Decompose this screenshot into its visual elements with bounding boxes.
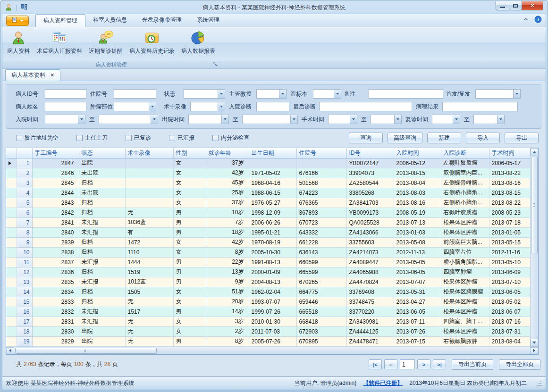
- row-selector-cell[interactable]: [6, 277, 17, 287]
- cell-surgery-date[interactable]: 2013-06-09: [489, 267, 530, 277]
- search-input-admission-diagnosis[interactable]: [256, 102, 289, 111]
- cell-visit-age[interactable]: 51岁: [206, 287, 249, 297]
- resize-grip[interactable]: [536, 381, 542, 386]
- cell-id-no[interactable]: 33748475: [346, 297, 394, 307]
- cell-gender[interactable]: 男: [173, 277, 206, 287]
- row-number[interactable]: 4: [17, 188, 32, 198]
- cell-status[interactable]: 未汇报: [79, 217, 125, 227]
- cell-gender[interactable]: 女: [173, 168, 206, 178]
- cell-admission-no[interactable]: 665518: [296, 307, 346, 317]
- import-button[interactable]: 导入: [466, 133, 500, 143]
- cell-birth-date[interactable]: 2005-07-26: [249, 336, 296, 346]
- cell-manual-no[interactable]: 2831: [32, 317, 79, 326]
- chevron-down-icon[interactable]: [290, 115, 297, 124]
- cell-birth-date[interactable]: 2011-07-03: [249, 326, 296, 336]
- row-selector-cell[interactable]: [6, 317, 17, 326]
- cell-id-no[interactable]: ZA2580544: [346, 178, 394, 188]
- scroll-down-button[interactable]: [531, 339, 538, 347]
- cell-gender[interactable]: 女: [173, 326, 206, 336]
- ribbon-tab-disc-tape-management[interactable]: 光盘录像带管理: [135, 14, 189, 27]
- cell-manual-no[interactable]: 2832: [32, 307, 79, 317]
- cell-id-no[interactable]: 33770220: [346, 307, 394, 317]
- cell-gender[interactable]: 男: [173, 227, 206, 237]
- cell-surgery-date[interactable]: 2008-05-23: [489, 208, 530, 217]
- row-number[interactable]: 15: [17, 297, 32, 307]
- cell-status[interactable]: 归档: [79, 287, 125, 297]
- close-button[interactable]: ✕: [522, 1, 543, 10]
- row-selector-cell[interactable]: [6, 208, 17, 217]
- row-number[interactable]: 18: [17, 326, 32, 336]
- checkbox-revisited[interactable]: 已复诊: [126, 134, 151, 142]
- cell-status[interactable]: 归档: [79, 237, 125, 247]
- row-selector-cell[interactable]: [6, 336, 17, 346]
- search-combo-chief-professor[interactable]: [256, 89, 287, 99]
- previous-page-button[interactable]: <: [384, 359, 397, 369]
- minimize-button[interactable]: [496, 1, 509, 10]
- cell-gender[interactable]: 男: [173, 307, 206, 317]
- cell-admission-date[interactable]: 2013-05-08: [394, 237, 441, 247]
- cell-id-no[interactable]: YB0099173: [346, 208, 394, 217]
- search-combo-admission-date-from[interactable]: [45, 115, 85, 124]
- row-selector-cell[interactable]: [6, 297, 17, 307]
- ribbon-tab-patient-data-management[interactable]: 病人资料管理: [35, 14, 85, 27]
- cell-surgery-video[interactable]: 1012蓝: [125, 277, 173, 287]
- chevron-down-icon[interactable]: [78, 115, 85, 124]
- cell-gender[interactable]: 女: [173, 297, 206, 307]
- search-combo-first-recurrence[interactable]: [475, 89, 521, 99]
- cell-birth-date[interactable]: 1968-04-16: [249, 178, 296, 188]
- cell-birth-date[interactable]: 1991-08-13: [249, 257, 296, 267]
- cell-id-no[interactable]: ZA4214073: [346, 247, 394, 257]
- search-combo-surgery-date-to[interactable]: [371, 115, 402, 124]
- ribbon-button-postop-report[interactable]: 术后病人汇报资料: [34, 29, 85, 61]
- cell-surgery-date[interactable]: 2013-06-05: [489, 287, 530, 297]
- cell-status[interactable]: 归档: [79, 208, 125, 217]
- advanced-query-button[interactable]: 高级查询: [388, 133, 422, 143]
- row-number[interactable]: 14: [17, 287, 32, 297]
- row-number[interactable]: 17: [17, 317, 32, 326]
- cell-visit-age[interactable]: 42岁: [206, 237, 249, 247]
- cell-id-no[interactable]: ZA4065988: [346, 267, 394, 277]
- cell-status[interactable]: 未汇报: [79, 307, 125, 317]
- cell-admission-diagnosis[interactable]: 松果体区肿瘤: [441, 326, 489, 336]
- cell-admission-date[interactable]: 2013-07-15: [394, 336, 441, 346]
- cell-admission-date[interactable]: 2013-08-16: [394, 198, 441, 208]
- cell-admission-date[interactable]: 2013-08-15: [394, 168, 441, 178]
- cell-admission-no[interactable]: 668418: [296, 317, 346, 326]
- cell-admission-date[interactable]: 2013-07-26: [394, 326, 441, 336]
- table-row[interactable]: 102838归档1110女8岁2005-10-30636143ZA4214073…: [6, 247, 530, 257]
- row-number[interactable]: 2: [17, 168, 32, 178]
- cell-visit-age[interactable]: 14岁: [206, 307, 249, 317]
- cell-visit-age[interactable]: 37岁: [206, 198, 249, 208]
- cell-birth-date[interactable]: 1993-07-07: [249, 297, 296, 307]
- row-selector-cell[interactable]: [6, 247, 17, 257]
- cell-admission-no[interactable]: 660599: [296, 257, 346, 267]
- cell-admission-no[interactable]: 672903: [296, 326, 346, 336]
- cell-id-no[interactable]: 33755603: [346, 237, 394, 247]
- cell-status[interactable]: 未汇报: [79, 317, 125, 326]
- scroll-right-button[interactable]: [530, 347, 538, 354]
- search-input-patient-name[interactable]: [45, 102, 86, 111]
- row-number[interactable]: 12: [17, 267, 32, 277]
- cell-birth-date[interactable]: [249, 158, 296, 168]
- row-number[interactable]: 19: [17, 336, 32, 346]
- cell-visit-age[interactable]: 3岁: [206, 317, 249, 326]
- cell-admission-no[interactable]: 674223: [296, 188, 346, 198]
- cell-id-no[interactable]: ZA4470824: [346, 277, 394, 287]
- cell-id-no[interactable]: ZA4444125: [346, 326, 394, 336]
- row-number[interactable]: 1: [17, 158, 32, 168]
- ribbon-button-revisit-reminder[interactable]: 近期复诊提醒: [85, 29, 126, 61]
- chevron-down-icon[interactable]: [218, 102, 225, 111]
- chevron-down-icon[interactable]: [151, 115, 158, 124]
- cell-id-no[interactable]: QA0025528: [346, 217, 394, 227]
- row-selector-cell[interactable]: [6, 287, 17, 297]
- row-selector-cell[interactable]: [6, 158, 17, 168]
- cell-birth-date[interactable]: 1988-06-15: [249, 188, 296, 198]
- cell-id-no[interactable]: 33769408: [346, 287, 394, 297]
- cell-surgery-date[interactable]: 2012-11-16: [489, 247, 530, 257]
- cell-manual-no[interactable]: 2845: [32, 178, 79, 188]
- search-combo-surgery-video[interactable]: [190, 102, 225, 111]
- row-selector-cell[interactable]: [6, 326, 17, 336]
- cell-visit-age[interactable]: 45岁: [206, 178, 249, 188]
- cell-admission-diagnosis[interactable]: 前颅底巨大脑...: [441, 237, 489, 247]
- app-logo-icon[interactable]: [5, 3, 13, 13]
